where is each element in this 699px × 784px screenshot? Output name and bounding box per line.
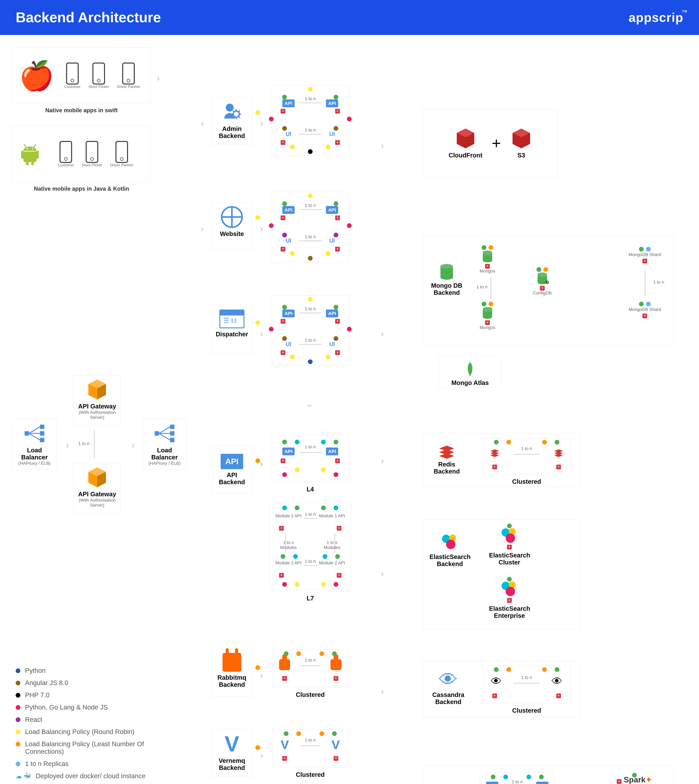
header-bar: Backend Architecture appscripTM	[0, 0, 699, 35]
l7-label: L7	[270, 595, 351, 602]
svg-marker-30	[439, 453, 454, 459]
svg-line-21	[159, 434, 170, 440]
l7-cluster: Module 1 API Module 1 API + + 1 to n 1 t…	[270, 502, 351, 590]
elasticsearch-icon	[441, 532, 459, 551]
cloudfront-s3-box: CloudFront + S3	[423, 109, 558, 178]
legend-item: Load Balancing Policy (Round Robin)	[16, 728, 180, 736]
android-caption: Native mobile apps in Java & Kotlin	[13, 186, 151, 192]
legend-item: PHP 7.0	[16, 691, 180, 699]
legend-item: 1 to n Replicas	[16, 760, 180, 767]
legend-item: Python, Go Lang & Node JS	[16, 704, 180, 711]
api-backend-node: API API Backend	[212, 446, 252, 493]
cassandra-box: 👁 Cassandra Backend 👁 👁 1 to n ++ Cluste…	[423, 661, 580, 717]
website-cluster: API API 1 to n + + UI UI 1 to n + +	[271, 192, 350, 262]
load-balancer-2: Load Balancer (HAProxy / ELB)	[142, 419, 186, 469]
elasticsearch-box: ElasticSearch Backend + ElasticSearch Cl…	[423, 520, 580, 629]
android-app-customer: Customer	[58, 141, 74, 167]
svg-line-6	[29, 427, 40, 434]
vernemq-node: V Vernemq Backend	[212, 729, 252, 777]
l4-label: L4	[271, 486, 350, 493]
legend-item: Angular JS 8.0	[16, 679, 180, 687]
ios-app-store-picker: Store Picker	[88, 63, 109, 89]
redis-icon	[437, 443, 456, 458]
ios-caption: Native mobile apps in swift	[13, 107, 151, 114]
svg-point-45	[506, 587, 515, 596]
gateway-range: 1 to n	[78, 441, 89, 446]
ios-app-driver-partner: Driver Partner	[117, 63, 140, 89]
api-gateway-1: API Gateway (With Authorisation Server)	[74, 375, 121, 425]
api-gateway-icon	[86, 466, 108, 488]
ios-app-customer: Customer	[64, 63, 81, 89]
api-gateway-icon	[86, 379, 108, 400]
diagram-canvas: 🍎 Customer Store Picker Driver Partner N…	[0, 35, 699, 784]
l4-cluster: API API 1 to n + +	[271, 435, 350, 482]
analytics-box: Analytics engine API API 1 to n ++ UI UI…	[423, 766, 674, 784]
plus-sign: +	[492, 134, 501, 152]
dispatcher-node: Dispatcher	[212, 306, 252, 353]
mongo-backend: Mongo DB Backend	[429, 264, 464, 296]
website-node: Website	[212, 203, 252, 250]
svg-rect-2	[25, 431, 29, 435]
legend-item: React	[16, 716, 180, 723]
load-balancer-1: Load Balancer (HAProxy / ELB)	[13, 419, 56, 469]
android-app-store-picker: Store Picker	[82, 141, 102, 167]
api-icon: API	[220, 454, 243, 469]
svg-rect-3	[40, 425, 44, 429]
svg-rect-17	[170, 431, 174, 435]
svg-point-39	[446, 540, 456, 549]
svg-rect-5	[40, 438, 44, 442]
svg-line-19	[159, 427, 170, 434]
android-apps-box: Customer Store Picker Driver Partner	[13, 126, 151, 183]
cassandra-icon: 👁	[429, 670, 467, 689]
ios-apps-box: 🍎 Customer Store Picker Driver Partner	[13, 48, 151, 104]
legend: PythonAngular JS 8.0PHP 7.0Python, Go La…	[16, 662, 180, 784]
s3-icon	[510, 128, 532, 149]
svg-rect-16	[170, 425, 174, 429]
cloudfront-icon	[455, 128, 477, 149]
mongo-box: Mongo DB Backend + Mongos 1 to n + Mongo…	[423, 236, 674, 345]
svg-rect-18	[170, 438, 174, 442]
rabbitmq-cluster: 1 to n ++	[273, 649, 348, 687]
api-gateway-2: API Gateway (With Authorisation Server)	[74, 463, 121, 513]
svg-rect-15	[155, 431, 159, 435]
page-title: Backend Architecture	[16, 9, 161, 26]
globe-icon	[221, 206, 243, 228]
load-balancer-icon	[23, 422, 45, 444]
svg-rect-4	[40, 431, 44, 435]
android-icon	[19, 143, 41, 165]
vernemq-icon: V	[215, 733, 249, 755]
svg-point-1	[32, 148, 33, 149]
admin-cluster: API API 1 to n + + UI UI 1 to n + +	[271, 85, 350, 156]
redis-box: Redis Backend 1 to n ++ Clustered	[423, 433, 580, 487]
legend-item: Python	[16, 667, 180, 674]
mongo-icon	[441, 264, 453, 280]
brand-logo: appscripTM	[629, 10, 683, 25]
load-balancer-icon	[154, 422, 176, 444]
vernemq-cluster: V V 1 to n ++	[273, 729, 348, 767]
admin-icon	[221, 101, 243, 123]
svg-point-0	[27, 148, 28, 149]
android-app-driver-partner: Driver Partner	[110, 141, 134, 167]
rabbitmq-icon	[222, 653, 241, 672]
svg-marker-36	[554, 454, 563, 457]
svg-line-8	[29, 434, 40, 440]
dispatcher-icon	[219, 309, 244, 328]
rabbitmq-node: Rabbitmq Backend	[212, 649, 252, 697]
legend-item: ☁🐳Deployed over docker/ cloud instance	[16, 772, 180, 780]
svg-point-22	[226, 104, 234, 111]
admin-backend-node: Admin Backend	[212, 98, 252, 145]
legend-item: Load Balancing Policy (Least Number Of C…	[16, 740, 180, 755]
apple-icon: 🍎	[19, 61, 54, 90]
mongo-atlas: Mongo Atlas	[439, 356, 502, 388]
svg-marker-33	[490, 454, 499, 457]
svg-point-42	[506, 533, 515, 543]
dispatcher-cluster: API API 1 to n + + UI UI 1 to n + +	[271, 295, 350, 366]
svg-point-23	[233, 111, 239, 117]
